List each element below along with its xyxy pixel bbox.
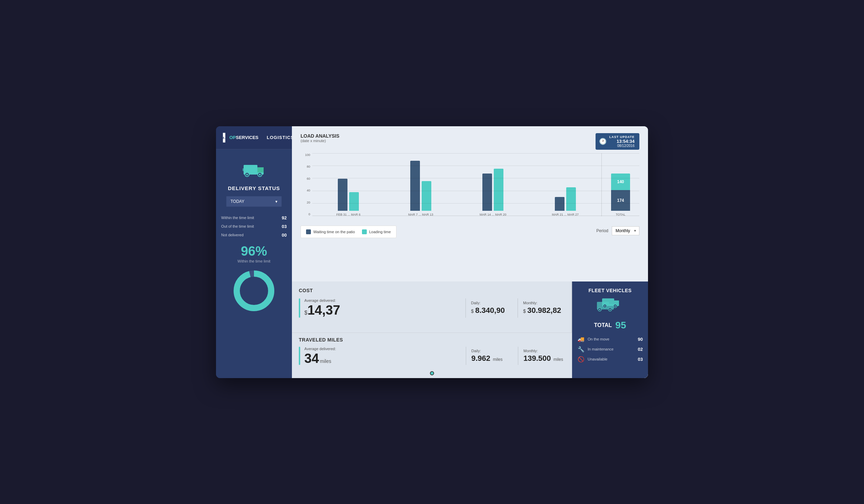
- cost-value-group: $ 14,37: [304, 304, 460, 318]
- y-label-100: 100: [305, 153, 310, 157]
- bar-chart-container: 100 80 60 40 20 0: [301, 153, 639, 224]
- fleet-trucks-svg: [596, 297, 624, 316]
- grid-line-5: [312, 203, 639, 204]
- svg-point-7: [259, 174, 261, 175]
- cost-accent-bar: [299, 298, 300, 318]
- cost-daily: Daily: $ 8.340,90: [471, 301, 512, 315]
- y-label-20: 20: [307, 201, 310, 204]
- period-selector: Period Daily Weekly Monthly Yearly: [596, 226, 639, 235]
- fleet-maintenance-value: 02: [638, 347, 643, 352]
- stat-row-not: Not delivered 00: [221, 231, 287, 239]
- stat-label-within: Within the time limit: [221, 216, 254, 220]
- miles-metric-row: Average delivered: 34 miles Daily:: [299, 347, 565, 365]
- fleet-unavailable-icon: 🚫: [577, 356, 585, 363]
- delivery-truck-svg: [242, 160, 266, 179]
- fleet-row-moving: 🚚 On the move 90: [577, 336, 643, 343]
- svg-point-14: [599, 309, 600, 310]
- period-dropdown[interactable]: Daily Weekly Monthly Yearly: [612, 226, 639, 235]
- miles-monthly-unit: miles: [553, 357, 563, 362]
- y-label-80: 80: [307, 165, 310, 168]
- main-content: LOAD ANALYSIS (date x minute) 🕐 LAST UPD…: [292, 126, 648, 378]
- cost-monthly-prefix: $: [523, 308, 526, 314]
- period-select[interactable]: TODAY YESTERDAY THIS WEEK THIS MONTH: [226, 196, 282, 207]
- metrics-column: COST Average delivered: $ 14,37: [292, 281, 572, 378]
- miles-divider-2: [518, 347, 518, 365]
- chart-header: LOAD ANALYSIS (date x minute) 🕐 LAST UPD…: [301, 133, 639, 150]
- percent-big: 96%: [241, 245, 267, 258]
- fleet-list: 🚚 On the move 90 🔧 In maintenance 02 🚫 U…: [577, 336, 643, 363]
- chart-title: LOAD ANALYSIS: [301, 133, 340, 139]
- cost-metric-row: Average delivered: $ 14,37 Daily:: [299, 298, 564, 318]
- period-select-wrapper[interactable]: TODAY YESTERDAY THIS WEEK THIS MONTH: [226, 196, 282, 207]
- stat-row-out: Out of the time limit 03: [221, 222, 287, 231]
- cost-daily-value: 8.340,90: [475, 306, 505, 315]
- period-select-wrapper[interactable]: Daily Weekly Monthly Yearly: [612, 226, 639, 235]
- svg-rect-8: [243, 168, 245, 171]
- fleet-unavailable-label: Unavailable: [588, 357, 635, 361]
- stat-value-not: 00: [282, 233, 287, 238]
- bar-chart-main: FEB 31 ... MAR 6 MAR 7 ... MAR 13: [312, 153, 639, 224]
- svg-point-22: [615, 305, 616, 307]
- fleet-row-maintenance: 🔧 In maintenance 02: [577, 346, 643, 353]
- miles-daily-unit: miles: [493, 357, 503, 362]
- legend-label-dark: Waiting time on the patio: [313, 230, 355, 234]
- miles-daily: Daily: 9.962 miles: [471, 349, 513, 363]
- y-label-40: 40: [307, 189, 310, 192]
- miles-metric-content: Average delivered: 34 miles Daily:: [304, 347, 565, 365]
- miles-divider-1: [466, 347, 466, 365]
- stat-label-out: Out of the time limit: [221, 224, 254, 228]
- grid-line-2: [312, 166, 639, 166]
- grid-lines: [312, 153, 639, 216]
- last-update-date: 08/12/2016: [617, 144, 635, 148]
- bottom-nav-dot: [430, 371, 434, 375]
- miles-monthly-label: Monthly:: [523, 349, 565, 353]
- chart-legend: Waiting time on the patio Loading time: [301, 226, 396, 238]
- last-update-badge: 🕐 LAST UPDATE 13:54:34 08/12/2016: [596, 133, 639, 150]
- logo-box: r.: [223, 133, 225, 142]
- cost-monthly: Monthly: $ 30.982,82: [523, 301, 564, 315]
- y-axis: 100 80 60 40 20 0: [301, 153, 310, 224]
- stats-list: Within the time limit 92 Out of the time…: [221, 214, 287, 239]
- grid-line-1: [312, 153, 639, 154]
- cost-title: COST: [299, 288, 564, 293]
- miles-value: 34: [304, 352, 319, 365]
- stat-row-within: Within the time limit 92: [221, 214, 287, 222]
- cost-divider-2: [518, 298, 518, 318]
- sidebar: r. OPSERVICES LOGISTICS: [216, 126, 292, 378]
- cost-section: COST Average delivered: $ 14,37: [292, 281, 572, 333]
- logo-brand: OPSERVICES: [229, 135, 258, 140]
- miles-daily-label: Daily:: [471, 349, 513, 353]
- fleet-total-row: TOTAL 95: [577, 320, 643, 331]
- miles-monthly: Monthly: 139.500 miles: [523, 349, 565, 363]
- donut-svg: [232, 268, 276, 313]
- last-update-label: LAST UPDATE: [609, 135, 635, 139]
- miles-value-group: 34 miles: [304, 352, 461, 365]
- stat-value-out: 03: [282, 224, 287, 229]
- stat-value-within: 92: [282, 215, 287, 220]
- cost-daily-prefix: $: [471, 308, 474, 314]
- svg-rect-3: [257, 167, 264, 172]
- cost-currency: $: [304, 308, 307, 318]
- legend-item-dark: Waiting time on the patio: [306, 229, 355, 234]
- chart-subtitle: (date x minute): [301, 139, 340, 143]
- fleet-section: FLEET VEHICLES: [572, 281, 648, 378]
- grid-line-6: [312, 216, 639, 216]
- fleet-moving-icon: 🚚: [577, 336, 585, 343]
- percent-label: Within the time limit: [237, 259, 270, 263]
- cost-monthly-label: Monthly:: [523, 301, 564, 305]
- cost-avg-label: Average delivered:: [304, 298, 460, 303]
- miles-daily-value-group: 9.962 miles: [471, 354, 513, 363]
- chart-section: LOAD ANALYSIS (date x minute) 🕐 LAST UPD…: [292, 126, 648, 281]
- cost-divider-1: [465, 298, 466, 318]
- svg-point-16: [609, 309, 611, 310]
- clock-icon: 🕐: [599, 138, 607, 145]
- svg-point-5: [246, 174, 248, 175]
- bottom-section: COST Average delivered: $ 14,37: [292, 281, 648, 378]
- svg-point-10: [237, 274, 271, 308]
- fleet-trucks-icon: [577, 297, 643, 317]
- miles-accent-bar: [299, 347, 300, 365]
- cost-main: Average delivered: $ 14,37: [304, 298, 460, 318]
- cost-metric-content: Average delivered: $ 14,37 Daily:: [304, 298, 564, 318]
- fleet-moving-label: On the move: [588, 337, 635, 341]
- fleet-row-unavailable: 🚫 Unavailable 03: [577, 356, 643, 363]
